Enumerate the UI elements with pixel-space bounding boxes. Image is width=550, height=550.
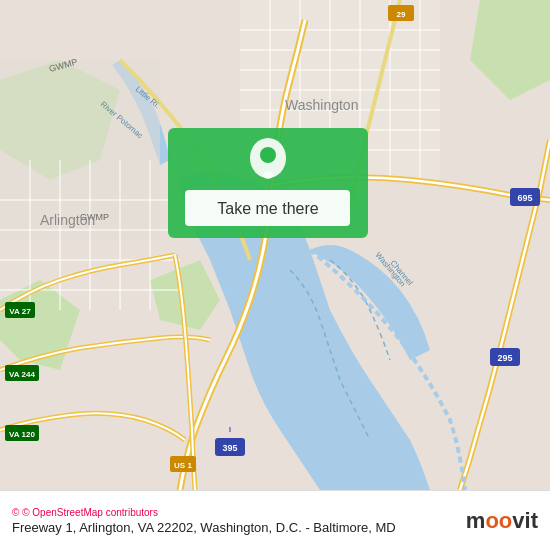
svg-text:Take me there: Take me there xyxy=(217,200,318,217)
svg-text:I: I xyxy=(229,426,231,433)
svg-text:29: 29 xyxy=(397,10,406,19)
moovit-brand-text: moovit xyxy=(466,510,538,532)
address-text: Freeway 1, Arlington, VA 22202, Washingt… xyxy=(12,520,466,535)
svg-text:VA 27: VA 27 xyxy=(9,307,31,316)
osm-credit: © © OpenStreetMap contributors xyxy=(12,507,466,518)
svg-text:Washington: Washington xyxy=(285,97,358,113)
footer-text: © © OpenStreetMap contributors Freeway 1… xyxy=(12,507,466,535)
svg-text:VA 244: VA 244 xyxy=(9,370,35,379)
address-line2: Baltimore, MD xyxy=(313,520,395,535)
svg-text:Arlington: Arlington xyxy=(40,212,95,228)
svg-text:395: 395 xyxy=(222,443,237,453)
svg-point-56 xyxy=(260,147,276,163)
osm-copyright-symbol: © xyxy=(12,507,19,518)
address-line1: Freeway 1, Arlington, VA 22202, Washingt… xyxy=(12,520,310,535)
osm-link[interactable]: © OpenStreetMap contributors xyxy=(22,507,158,518)
svg-text:295: 295 xyxy=(497,353,512,363)
moovit-logo: moovit xyxy=(466,510,538,532)
svg-point-57 xyxy=(263,171,273,179)
footer: © © OpenStreetMap contributors Freeway 1… xyxy=(0,490,550,550)
map-container: 395 I 695 295 29 VA 27 VA 244 VA 120 US … xyxy=(0,0,550,490)
svg-text:US 1: US 1 xyxy=(174,461,192,470)
svg-text:VA 120: VA 120 xyxy=(9,430,35,439)
svg-text:695: 695 xyxy=(517,193,532,203)
